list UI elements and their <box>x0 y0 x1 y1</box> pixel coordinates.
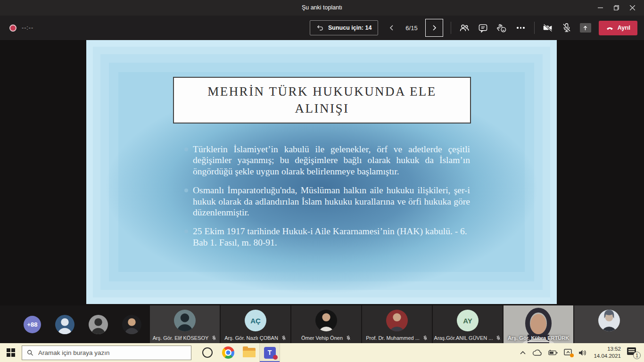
participant-tile[interactable] <box>574 305 644 343</box>
meeting-timer: --:-- <box>22 25 33 31</box>
mic-muted-icon <box>281 335 287 341</box>
volume-icon[interactable] <box>578 349 587 356</box>
search-icon <box>27 349 33 356</box>
participant-tile[interactable]: Arş. Gör. Elif KÖSESOY <box>150 305 220 343</box>
participant-tile[interactable]: AY Araş.Gör.ANIL GÜVEN ... <box>433 305 503 343</box>
start-button[interactable] <box>0 343 22 362</box>
slide-bullet-list: Türklerin İslamiyet’in kabulü ile gelene… <box>184 144 470 256</box>
system-tray: 13:52 14.04.2021 1 <box>520 346 644 360</box>
minimize-icon <box>598 5 603 10</box>
divider <box>534 22 535 34</box>
recording-indicator-icon <box>9 25 17 32</box>
reactions-raise-hand-button[interactable] <box>496 22 508 33</box>
tray-clock[interactable]: 13:52 14.04.2021 <box>594 346 621 360</box>
camera-toggle-button[interactable] <box>542 22 553 33</box>
slide-title-box: MEHRİN TÜRK HUKUKUNDA ELE ALINIŞI <box>173 77 471 123</box>
action-center-button[interactable]: 1 <box>627 346 639 359</box>
presentation-stage: MEHRİN TÜRK HUKUKUNDA ELE ALINIŞI Türkle… <box>0 40 644 305</box>
chat-button[interactable] <box>478 22 489 33</box>
leave-meeting-button[interactable]: Ayrıl <box>599 21 637 35</box>
participant-tile[interactable]: Ömer Vehip Önen <box>291 305 361 343</box>
chrome-button[interactable] <box>218 343 239 362</box>
slide-title: MEHRİN TÜRK HUKUKUNDA ELE ALINIŞI <box>174 83 470 116</box>
chat-icon <box>478 23 488 33</box>
participant-overflow-area: +88 <box>0 305 149 343</box>
mic-muted-icon <box>346 335 351 341</box>
share-tray-button[interactable] <box>580 23 591 33</box>
mic-toggle-button[interactable] <box>561 22 572 33</box>
taskbar-search[interactable] <box>22 346 191 360</box>
bullet-dot-icon <box>184 189 188 192</box>
battery-icon[interactable] <box>548 350 558 356</box>
bullet-dot-icon <box>184 148 188 151</box>
onedrive-cloud-icon[interactable] <box>532 349 542 356</box>
avatar-initials: AY <box>457 310 479 331</box>
minimize-button[interactable] <box>592 0 608 16</box>
presenting-indicator[interactable] <box>564 349 572 356</box>
show-participants-button[interactable] <box>459 22 470 33</box>
camera-off-icon <box>542 22 553 34</box>
avatar <box>315 310 337 331</box>
avatar <box>386 310 408 331</box>
teams-meeting-window: Şu anki toplantı --:-- Sunucu için: 14 <box>0 0 644 362</box>
chrome-icon <box>222 346 234 359</box>
participant-filmstrip: +88 Arş. Gör. Elif KÖSESOY AÇ <box>0 305 644 343</box>
sync-to-presenter-icon <box>316 24 324 32</box>
participant-tile[interactable]: Prof. Dr. Muhammed ... <box>362 305 432 343</box>
maximize-icon <box>614 5 619 10</box>
avatar <box>174 310 196 331</box>
divider <box>451 22 451 34</box>
overflow-avatar[interactable] <box>55 315 74 334</box>
tray-time: 13:52 <box>594 346 621 353</box>
more-dots-icon <box>517 27 525 29</box>
windows-taskbar: 13:52 14.04.2021 1 <box>0 343 644 362</box>
participant-name: Prof. Dr. Muhammed ... <box>366 335 420 341</box>
participant-name: Araş.Gör.ANIL GÜVEN ... <box>434 335 493 341</box>
presenting-active-dot <box>570 354 574 357</box>
participant-name: Arş. Gör. Nazlı ÇOBAN <box>224 335 278 341</box>
notification-count-badge: 1 <box>633 352 641 359</box>
slide-bullet: 25 Ekim 1917 tarihinde Hukuk-i Aile Kara… <box>184 226 470 248</box>
bullet-dot-icon <box>184 230 188 233</box>
cortana-icon <box>202 347 213 358</box>
search-input[interactable] <box>38 349 186 356</box>
tray-expand-icon[interactable] <box>520 351 526 355</box>
share-arrow-up-icon <box>582 25 588 31</box>
cortana-button[interactable] <box>197 343 218 362</box>
overflow-count-badge[interactable]: +88 <box>24 316 41 333</box>
previous-slide-button[interactable] <box>386 22 398 34</box>
mic-muted-icon <box>422 335 428 341</box>
next-slide-button[interactable] <box>425 19 443 37</box>
participant-name: Arş. Gör. Kübra ERTÜRK <box>508 335 569 341</box>
overflow-avatar[interactable] <box>89 315 108 334</box>
windows-logo-icon <box>7 348 15 357</box>
avatar <box>598 310 620 331</box>
window-titlebar: Şu anki toplantı <box>0 0 644 16</box>
teams-button[interactable] <box>259 343 280 362</box>
chevron-right-icon <box>431 25 438 31</box>
people-icon <box>459 22 470 33</box>
mic-off-icon <box>561 22 572 33</box>
avatar-initials: AÇ <box>245 310 266 331</box>
sync-to-presenter-button[interactable]: Sunucu için: 14 <box>310 20 378 35</box>
mic-muted-icon <box>495 335 501 341</box>
slide-bullet: Osmanlı İmparatorluğu'nda, Müslüman halk… <box>184 185 470 218</box>
more-actions-button[interactable] <box>515 22 527 33</box>
participant-name: Ömer Vehip Önen <box>301 335 343 341</box>
mic-muted-icon <box>211 335 217 341</box>
participant-tile[interactable]: AÇ Arş. Gör. Nazlı ÇOBAN <box>221 305 290 343</box>
file-explorer-icon <box>243 348 256 357</box>
close-button[interactable] <box>624 0 640 16</box>
participant-name: Arş. Gör. Elif KÖSESOY <box>153 335 209 341</box>
close-icon <box>630 5 635 10</box>
tray-date: 14.04.2021 <box>594 353 621 360</box>
participant-tile-video[interactable]: Arş. Gör. Kübra ERTÜRK <box>504 305 573 343</box>
file-explorer-button[interactable] <box>239 343 259 362</box>
maximize-button[interactable] <box>608 0 624 16</box>
hangup-phone-icon <box>606 24 614 32</box>
raise-hand-icon <box>496 23 507 33</box>
meeting-control-bar: --:-- Sunucu için: 14 6/15 <box>0 16 644 40</box>
overflow-avatar[interactable] <box>122 315 141 334</box>
chevron-left-icon <box>388 25 395 31</box>
slide-canvas[interactable]: MEHRİN TÜRK HUKUKUNDA ELE ALINIŞI Türkle… <box>86 40 557 304</box>
